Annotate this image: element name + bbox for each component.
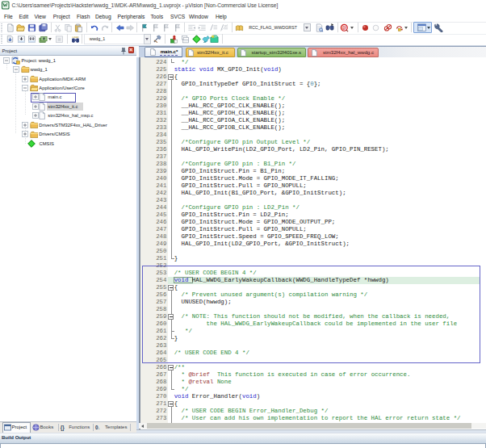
svg-text:@: @ [341,25,346,30]
svg-text:LOAD: LOAD [72,36,78,39]
